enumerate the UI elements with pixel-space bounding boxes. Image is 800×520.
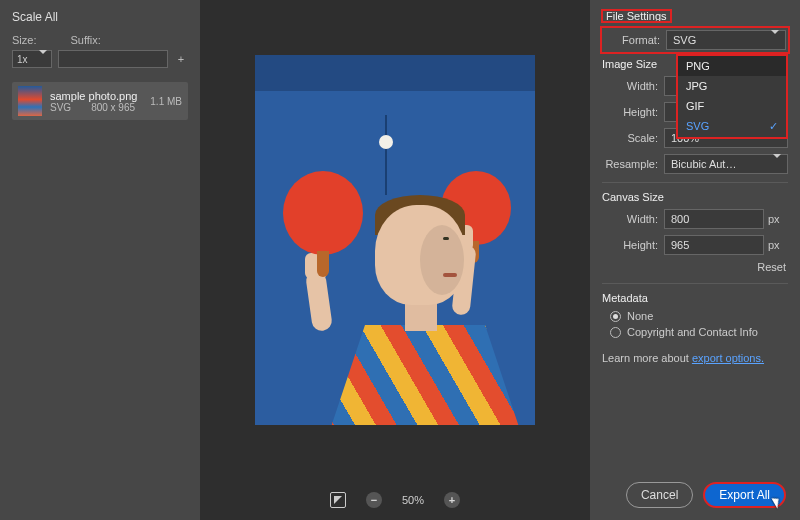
reset-link[interactable]: Reset xyxy=(602,261,786,273)
zoom-level: 50% xyxy=(402,494,424,506)
canvas-size-title: Canvas Size xyxy=(602,191,788,203)
suffix-label: Suffix: xyxy=(70,34,100,46)
image-width-label: Width: xyxy=(602,80,664,92)
export-options-link[interactable]: export options. xyxy=(692,352,764,364)
canvas-height-label: Height: xyxy=(602,239,664,251)
format-option-svg[interactable]: SVG✓ xyxy=(678,116,786,137)
canvas-height-row: Height: 965 px xyxy=(602,235,788,255)
file-settings-title: File Settings xyxy=(602,10,788,22)
suffix-input[interactable] xyxy=(58,50,168,68)
check-icon: ✓ xyxy=(769,120,778,133)
format-row: Format: SVG xyxy=(602,28,788,52)
preview-panel: − 50% + xyxy=(200,0,590,520)
radio-icon xyxy=(610,311,621,322)
scale-multiplier-value: 1x xyxy=(17,54,28,65)
size-label: Size: xyxy=(12,34,36,46)
canvas-width-row: Width: 800 px xyxy=(602,209,788,229)
chevron-down-icon xyxy=(39,54,47,65)
add-scale-icon[interactable]: + xyxy=(174,53,188,65)
scale-multiplier-select[interactable]: 1x xyxy=(12,50,52,68)
right-panel: File Settings Format: SVG PNG JPG GIF SV… xyxy=(590,0,800,520)
canvas-width-label: Width: xyxy=(602,213,664,225)
left-panel: Scale All Size: Suffix: 1x + sample phot… xyxy=(0,0,200,520)
metadata-title: Metadata xyxy=(602,292,788,304)
format-option-png[interactable]: PNG xyxy=(678,56,786,76)
format-option-gif[interactable]: GIF xyxy=(678,96,786,116)
unit-px: px xyxy=(768,213,788,225)
format-dropdown: PNG JPG GIF SVG✓ xyxy=(676,54,788,139)
format-value: SVG xyxy=(673,34,696,46)
chevron-down-icon xyxy=(771,34,779,46)
resample-select[interactable]: Bicubic Aut… xyxy=(664,154,788,174)
chevron-down-icon xyxy=(773,158,781,170)
scale-label: Scale: xyxy=(602,132,664,144)
size-suffix-labels: Size: Suffix: xyxy=(12,34,188,46)
separator xyxy=(602,182,788,183)
unit-px: px xyxy=(768,239,788,251)
format-option-jpg[interactable]: JPG xyxy=(678,76,786,96)
zoom-in-icon[interactable]: + xyxy=(444,492,460,508)
scale-all-title: Scale All xyxy=(12,10,188,24)
resample-row: Resample: Bicubic Aut… xyxy=(602,154,788,174)
cursor-icon xyxy=(771,495,782,508)
asset-name: sample photo.png xyxy=(50,90,142,102)
asset-thumbnail xyxy=(18,86,42,116)
canvas-width-input[interactable]: 800 xyxy=(664,209,764,229)
image-height-label: Height: xyxy=(602,106,664,118)
crop-icon[interactable] xyxy=(330,492,346,508)
zoom-toolbar: − 50% + xyxy=(200,480,590,520)
export-dialog: Scale All Size: Suffix: 1x + sample phot… xyxy=(0,0,800,520)
zoom-out-icon[interactable]: − xyxy=(366,492,382,508)
export-all-button[interactable]: Export All xyxy=(703,482,786,508)
canvas-height-input[interactable]: 965 xyxy=(664,235,764,255)
resample-value: Bicubic Aut… xyxy=(671,158,736,170)
learn-more: Learn more about export options. xyxy=(602,352,788,364)
asset-format: SVG xyxy=(50,102,71,113)
resample-label: Resample: xyxy=(602,158,664,170)
format-label: Format: xyxy=(604,34,666,46)
metadata-none-row[interactable]: None xyxy=(610,310,788,322)
metadata-copyright-label: Copyright and Contact Info xyxy=(627,326,758,338)
asset-text: sample photo.png SVG 800 x 965 xyxy=(50,90,142,113)
dialog-buttons: Cancel Export All xyxy=(626,482,786,508)
radio-icon xyxy=(610,327,621,338)
asset-filesize: 1.1 MB xyxy=(150,96,182,107)
cancel-button[interactable]: Cancel xyxy=(626,482,693,508)
metadata-none-label: None xyxy=(627,310,653,322)
format-select[interactable]: SVG xyxy=(666,30,786,50)
scale-controls: 1x + xyxy=(12,50,188,68)
metadata-copyright-row[interactable]: Copyright and Contact Info xyxy=(610,326,788,338)
asset-row[interactable]: sample photo.png SVG 800 x 965 1.1 MB xyxy=(12,82,188,120)
separator xyxy=(602,283,788,284)
preview-image xyxy=(255,55,535,425)
asset-dimensions: 800 x 965 xyxy=(91,102,135,113)
